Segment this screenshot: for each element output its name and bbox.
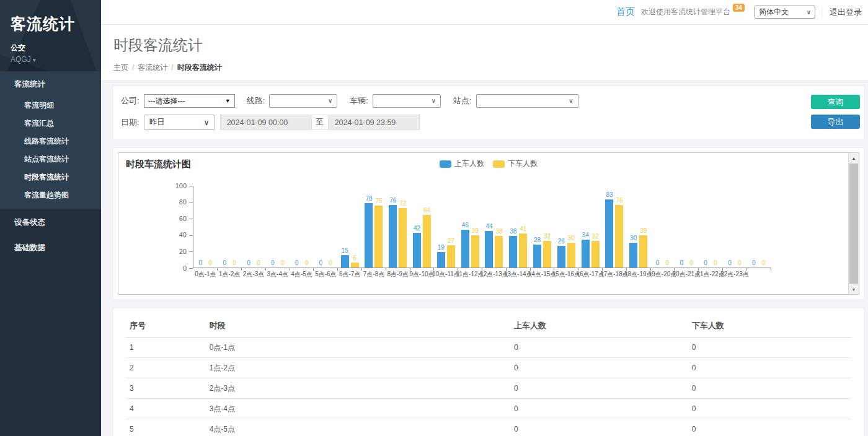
table-row: 43点-4点00 (126, 399, 851, 419)
bar-column: 0 (254, 259, 262, 268)
bar-value-label: 76 (389, 197, 396, 204)
station-select[interactable]: ∨ (476, 94, 578, 108)
sidebar-submenu: 客流明细客流汇总线路客流统计站点客流统计时段客流统计客流量趋势图 (0, 97, 101, 204)
bar-上车人数 (413, 233, 421, 268)
x-axis-tick-label: 8点-9点 (388, 270, 409, 279)
notification-badge[interactable]: 34 (733, 4, 745, 12)
chart-category-group: 0020点-21点 (675, 186, 699, 268)
line-select[interactable]: ∨ (269, 94, 337, 108)
chevron-down-icon: ∨ (807, 10, 811, 15)
table-cell: 0 (510, 399, 688, 419)
column-header-下车人数: 下车人数 (688, 315, 851, 338)
line-label: 线路: (247, 95, 265, 107)
bar-value-label: 28 (534, 237, 541, 243)
language-value: 简体中文 (759, 7, 789, 17)
x-axis-tick-label: 4点-5点 (291, 270, 312, 279)
column-header-序号: 序号 (126, 315, 206, 338)
sidebar-subitem-站点客流统计[interactable]: 站点客流统计 (0, 150, 101, 168)
vehicle-label: 车辆: (350, 95, 368, 107)
bar-column: 0 (231, 259, 239, 268)
legend-item[interactable]: 下车人数 (493, 159, 538, 169)
bar-column: 6 (351, 255, 359, 268)
sidebar-item-客流统计[interactable]: 客流统计 (0, 71, 101, 97)
vehicle-select[interactable]: ∨ (373, 94, 441, 108)
scroll-down-icon[interactable]: ▼ (849, 284, 859, 294)
bar-value-label: 44 (485, 223, 492, 230)
bar-column: 0 (278, 259, 286, 268)
bar-value-label: 38 (495, 228, 502, 235)
sidebar-item-设备状态[interactable]: 设备状态 (0, 209, 101, 235)
bar-column: 19 (437, 244, 445, 268)
chart-scrollbar[interactable]: ▲ ▼ (848, 153, 859, 294)
bar-value-label: 34 (582, 232, 589, 238)
scroll-up-icon[interactable]: ▲ (849, 153, 859, 163)
bar-column: 39 (639, 227, 647, 268)
sidebar-subitem-客流汇总[interactable]: 客流汇总 (0, 115, 101, 133)
chart-category-group: 005点-6点 (314, 186, 338, 268)
start-datetime-input[interactable] (220, 115, 312, 130)
sidebar-subitem-时段客流统计[interactable]: 时段客流统计 (0, 168, 101, 186)
chart-category-group: 0022点-23点 (723, 186, 747, 268)
logout-link[interactable]: 退出登录 (822, 7, 862, 18)
bar-下车人数 (399, 208, 407, 268)
sidebar-subitem-客流量趋势图[interactable]: 客流量趋势图 (0, 186, 101, 204)
bar-value-label: 0 (762, 259, 766, 266)
bar-value-label: 0 (752, 259, 756, 266)
scrollbar-thumb[interactable] (849, 164, 858, 284)
org-selector[interactable]: AQGJ▾ (11, 55, 101, 64)
sidebar-subitem-线路客流统计[interactable]: 线路客流统计 (0, 133, 101, 150)
chart-legend: 上车人数下车人数 (440, 159, 538, 169)
station-label: 站点: (453, 95, 472, 107)
bar-column: 0 (293, 259, 301, 268)
bar-下车人数 (351, 263, 359, 268)
legend-label: 上车人数 (454, 159, 484, 169)
date-preset-select[interactable]: 昨日 ∨ (144, 115, 215, 130)
chart-category-group: 004点-5点 (290, 186, 314, 268)
bar-column: 41 (519, 225, 527, 268)
table-cell: 4 (126, 399, 206, 419)
hourly-traffic-table: 序号时段上车人数下车人数 10点-1点0021点-2点0032点-3点0043点… (126, 315, 851, 436)
table-cell: 2 (126, 358, 206, 378)
bar-column: 32 (543, 233, 551, 268)
bar-column: 0 (221, 259, 229, 268)
table-cell: 0 (688, 399, 851, 419)
breadcrumb-item[interactable]: 主页 (113, 63, 128, 72)
bar-column: 0 (653, 259, 662, 268)
data-table-panel: 序号时段上车人数下车人数 10点-1点0021点-2点0032点-3点0043点… (113, 308, 864, 436)
bar-column: 0 (750, 259, 758, 268)
chart-category-group: 78757点-8点 (362, 186, 386, 268)
bar-value-label: 38 (510, 228, 516, 235)
bar-value-label: 0 (738, 259, 742, 266)
bar-column: 0 (197, 259, 205, 268)
x-axis-tick-label: 22点-23点 (720, 270, 749, 279)
legend-item[interactable]: 上车人数 (440, 159, 484, 169)
bar-value-label: 0 (680, 259, 684, 266)
table-cell: 0点-1点 (206, 338, 510, 358)
bar-column: 42 (413, 225, 421, 268)
home-link[interactable]: 首页 (616, 6, 635, 18)
bar-上车人数 (365, 203, 373, 268)
page-header: 时段客流统计 主页/客流统计/时段客流统计 (101, 25, 868, 81)
export-button[interactable]: 导出 (811, 115, 860, 129)
table-cell: 0 (688, 358, 851, 378)
search-button[interactable]: 查询 (811, 95, 860, 109)
table-cell: 3点-4点 (206, 399, 510, 419)
sidebar-subitem-客流明细[interactable]: 客流明细 (0, 97, 101, 115)
sidebar-item-基础数据[interactable]: 基础数据 (0, 235, 101, 260)
bar-column: 0 (317, 259, 325, 268)
sidebar-group: 客流统计客流明细客流汇总线路客流统计站点客流统计时段客流统计客流量趋势图 (0, 71, 101, 209)
table-row: 32点-3点00 (126, 378, 851, 399)
chevron-down-icon: ∨ (432, 98, 436, 103)
bar-上车人数 (605, 199, 613, 268)
bar-value-label: 27 (448, 237, 454, 244)
chart-category-group: 837617点-18点 (603, 186, 627, 268)
end-datetime-input[interactable] (328, 115, 420, 130)
breadcrumb-item[interactable]: 客流统计 (138, 63, 167, 72)
y-axis-tick-label: 60 (157, 215, 187, 222)
language-select[interactable]: 简体中文 ∨ (755, 6, 815, 19)
app-logo: 客流统计 公交 AQGJ▾ (0, 0, 101, 71)
bar-value-label: 64 (423, 207, 430, 214)
bar-上车人数 (582, 240, 590, 268)
bar-value-label: 0 (232, 259, 236, 266)
company-dropdown[interactable]: ---请选择--- ▼ (144, 94, 235, 108)
